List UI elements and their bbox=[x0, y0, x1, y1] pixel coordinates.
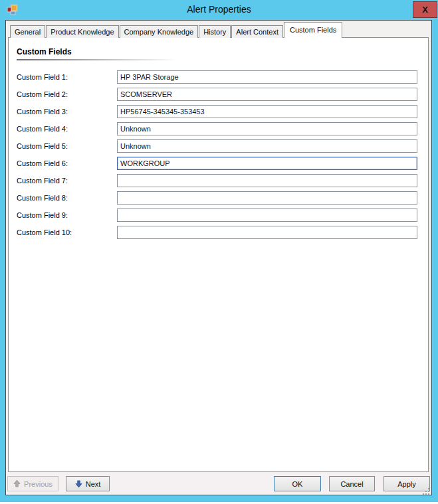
close-icon: X bbox=[422, 5, 428, 15]
ok-button-label: OK bbox=[292, 480, 303, 488]
custom-field-5-input[interactable] bbox=[117, 139, 417, 153]
tab-page-custom-fields: Custom Fields Custom Field 1: Custom Fie… bbox=[8, 37, 429, 472]
custom-field-3-label: Custom Field 3: bbox=[17, 108, 117, 116]
next-button-label: Next bbox=[86, 480, 101, 488]
footer-bar: Previous Next OK Cancel Apply bbox=[6, 473, 431, 495]
custom-field-7-label: Custom Field 7: bbox=[17, 177, 117, 185]
custom-field-4-label: Custom Field 4: bbox=[17, 125, 117, 133]
custom-field-2-input[interactable] bbox=[117, 88, 417, 101]
tab-general[interactable]: General bbox=[10, 25, 45, 38]
arrow-up-icon bbox=[13, 480, 21, 487]
cancel-button[interactable]: Cancel bbox=[329, 476, 375, 491]
tab-company-knowledge[interactable]: Company Knowledge bbox=[120, 25, 199, 38]
custom-field-3-input[interactable] bbox=[117, 105, 417, 118]
custom-field-4-input[interactable] bbox=[117, 122, 417, 135]
tab-alert-context[interactable]: Alert Context bbox=[231, 25, 283, 38]
cancel-button-label: Cancel bbox=[340, 480, 363, 488]
apply-button-label: Apply bbox=[397, 480, 416, 488]
close-button[interactable]: X bbox=[413, 1, 437, 18]
ok-button[interactable]: OK bbox=[274, 476, 321, 491]
custom-field-10-input[interactable] bbox=[117, 226, 417, 239]
field-row: Custom Field 6: bbox=[9, 155, 428, 172]
custom-field-8-label: Custom Field 8: bbox=[17, 194, 117, 202]
field-row: Custom Field 1: bbox=[9, 68, 428, 86]
field-row: Custom Field 10: bbox=[9, 224, 428, 241]
next-button[interactable]: Next bbox=[66, 476, 110, 491]
section-heading: Custom Fields bbox=[17, 47, 428, 56]
field-row: Custom Field 8: bbox=[9, 189, 428, 207]
custom-field-8-input[interactable] bbox=[117, 191, 417, 205]
field-row: Custom Field 2: bbox=[9, 86, 428, 103]
custom-field-6-input[interactable] bbox=[117, 157, 417, 170]
window-title: Alert Properties bbox=[40, 4, 398, 15]
field-row: Custom Field 4: bbox=[9, 120, 428, 137]
custom-field-5-label: Custom Field 5: bbox=[17, 142, 117, 150]
custom-field-1-input[interactable] bbox=[117, 70, 417, 84]
tab-history[interactable]: History bbox=[199, 25, 231, 38]
custom-field-9-label: Custom Field 9: bbox=[17, 211, 117, 219]
field-row: Custom Field 3: bbox=[9, 103, 428, 120]
custom-field-2-label: Custom Field 2: bbox=[17, 90, 117, 98]
dialog-client-area: General Product Knowledge Company Knowle… bbox=[5, 20, 432, 495]
alert-properties-window: Alert Properties X General Product Knowl… bbox=[0, 0, 438, 502]
field-row: Custom Field 7: bbox=[9, 172, 428, 189]
previous-button-label: Previous bbox=[24, 480, 53, 488]
previous-button[interactable]: Previous bbox=[7, 476, 58, 491]
arrow-down-icon bbox=[75, 480, 82, 487]
section-divider bbox=[17, 59, 177, 60]
custom-field-10-label: Custom Field 10: bbox=[17, 228, 117, 236]
tab-custom-fields[interactable]: Custom Fields bbox=[284, 22, 342, 38]
tab-strip: General Product Knowledge Company Knowle… bbox=[10, 22, 343, 38]
custom-field-9-input[interactable] bbox=[117, 209, 417, 222]
field-row: Custom Field 9: bbox=[9, 207, 428, 224]
titlebar: Alert Properties X bbox=[0, 0, 438, 20]
custom-field-1-label: Custom Field 1: bbox=[17, 73, 117, 81]
tab-product-knowledge[interactable]: Product Knowledge bbox=[46, 25, 118, 38]
custom-field-7-input[interactable] bbox=[117, 174, 417, 187]
app-icon bbox=[7, 4, 18, 15]
resize-grip-icon[interactable] bbox=[423, 486, 430, 493]
custom-fields-form: Custom Field 1: Custom Field 2: Custom F… bbox=[9, 68, 428, 241]
field-row: Custom Field 5: bbox=[9, 137, 428, 155]
custom-field-6-label: Custom Field 6: bbox=[17, 159, 117, 167]
